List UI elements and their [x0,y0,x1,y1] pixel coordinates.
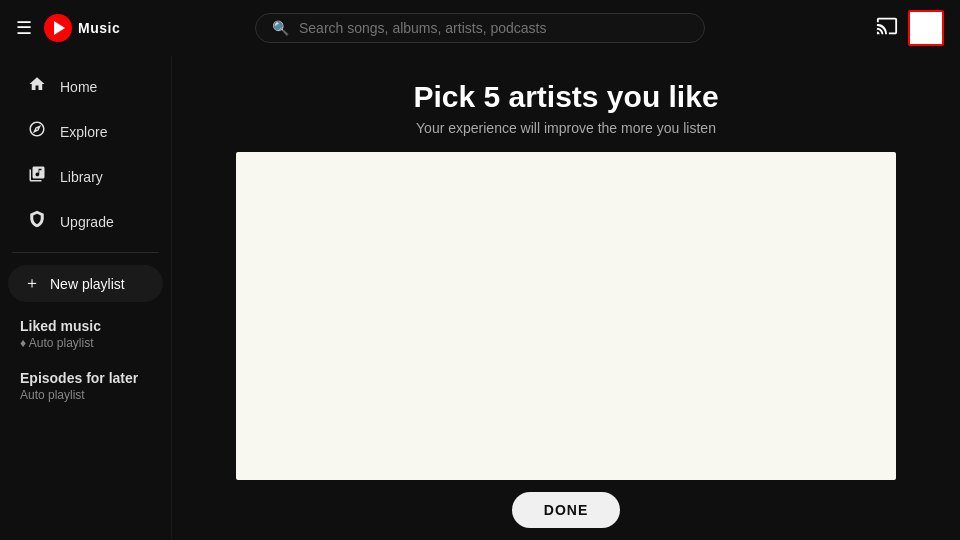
sidebar-item-home-label: Home [60,79,97,95]
hamburger-icon[interactable]: ☰ [16,17,32,39]
episodes-later-title: Episodes for later [20,370,151,386]
sidebar-item-library[interactable]: Library [8,155,163,198]
done-button[interactable]: DONE [512,492,620,528]
topbar: ☰ Music 🔍 [0,0,960,56]
cast-icon[interactable] [876,15,898,42]
new-playlist-button[interactable]: ＋ New playlist [8,265,163,302]
artist-grid[interactable] [236,152,896,480]
home-icon [28,75,46,98]
sidebar-item-upgrade-label: Upgrade [60,214,114,230]
sidebar-item-explore[interactable]: Explore [8,110,163,153]
search-input[interactable] [299,20,688,36]
account-avatar[interactable] [908,10,944,46]
liked-music-title: Liked music [20,318,151,334]
logo-text: Music [78,20,120,36]
logo-area[interactable]: Music [44,14,120,42]
plus-icon: ＋ [24,273,40,294]
play-triangle [54,21,65,35]
sidebar-item-home[interactable]: Home [8,65,163,108]
sidebar-item-library-label: Library [60,169,103,185]
topbar-right [774,10,944,46]
main-layout: Home Explore Library Upgrade ＋ New playl… [0,56,960,540]
sidebar-divider [12,252,159,253]
topbar-left: ☰ Music [16,14,186,42]
liked-music-item[interactable]: Liked music ♦ Auto playlist [0,310,171,358]
explore-icon [28,120,46,143]
episodes-later-item[interactable]: Episodes for later Auto playlist [0,362,171,410]
sidebar: Home Explore Library Upgrade ＋ New playl… [0,56,172,540]
search-icon: 🔍 [272,20,289,36]
liked-music-subtitle: ♦ Auto playlist [20,336,151,350]
sidebar-item-upgrade[interactable]: Upgrade [8,200,163,243]
logo-icon [44,14,72,42]
episodes-later-subtitle: Auto playlist [20,388,151,402]
new-playlist-label: New playlist [50,276,125,292]
library-icon [28,165,46,188]
sidebar-item-explore-label: Explore [60,124,107,140]
page-subtitle: Your experience will improve the more yo… [416,120,716,136]
main-content: Pick 5 artists you like Your experience … [172,56,960,540]
page-title: Pick 5 artists you like [413,80,718,114]
done-bar: DONE [172,480,960,540]
search-bar[interactable]: 🔍 [255,13,705,43]
upgrade-icon [28,210,46,233]
